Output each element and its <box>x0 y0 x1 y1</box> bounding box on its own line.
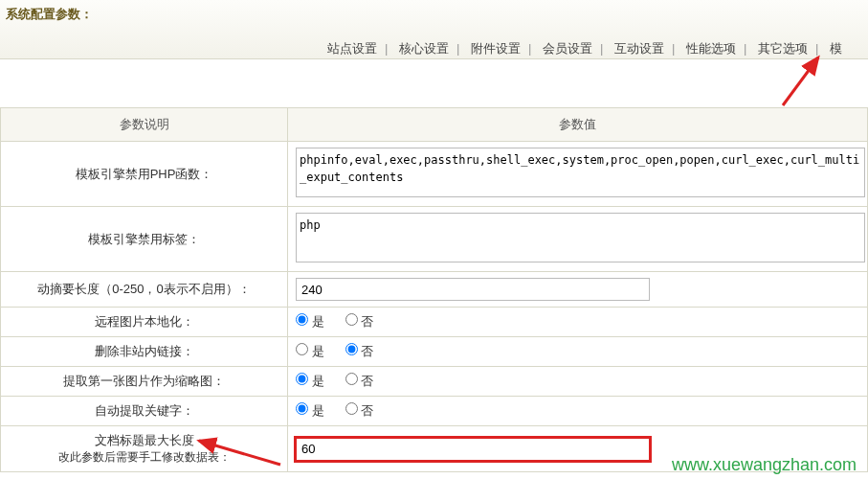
radio-remove-link-yes-label[interactable]: 是 <box>296 343 324 360</box>
tab-interact[interactable]: 互动设置 <box>614 41 664 56</box>
divider: | <box>528 41 531 56</box>
radio-remote-img-yes-label[interactable]: 是 <box>296 313 324 331</box>
radio-first-thumb-yes[interactable] <box>296 373 308 385</box>
tab-module[interactable]: 模 <box>830 41 842 56</box>
input-title-len[interactable] <box>296 438 650 461</box>
radio-auto-keyword-yes[interactable] <box>296 402 308 415</box>
radio-remove-link-no[interactable] <box>345 343 358 355</box>
row-remote-img: 远程图片本地化： 是 否 <box>1 308 868 337</box>
text-yes: 是 <box>312 403 324 418</box>
radio-remote-img-yes[interactable] <box>296 313 308 326</box>
label-title-len-line2: 改此参数后需要手工修改数据表： <box>58 450 231 464</box>
text-yes: 是 <box>312 314 324 329</box>
radio-remote-img-no[interactable] <box>345 313 358 326</box>
row-php-fn: 模板引擎禁用PHP函数： <box>1 142 868 207</box>
label-title-len-line1: 文档标题最大长度 <box>95 433 194 447</box>
tab-other[interactable]: 其它选项 <box>758 41 808 56</box>
radio-first-thumb-yes-label[interactable]: 是 <box>296 373 324 390</box>
tab-perf[interactable]: 性能选项 <box>686 41 736 56</box>
divider: | <box>385 41 388 56</box>
label-first-thumb: 提取第一张图片作为缩略图： <box>1 367 288 397</box>
col-val-header: 参数值 <box>288 108 868 142</box>
radio-first-thumb-no[interactable] <box>345 373 358 385</box>
radio-auto-keyword-yes-label[interactable]: 是 <box>296 402 324 420</box>
row-tag-disable: 模板引擎禁用标签： <box>1 207 868 272</box>
text-yes: 是 <box>312 344 324 358</box>
input-summary-len[interactable] <box>296 278 650 301</box>
row-title-len: 文档标题最大长度 改此参数后需要手工修改数据表： <box>1 426 868 472</box>
tab-bar: 站点设置| 核心设置| 附件设置| 会员设置| 互动设置| 性能选项| 其它选项… <box>4 40 868 57</box>
tab-core[interactable]: 核心设置 <box>399 41 449 56</box>
col-desc-header: 参数说明 <box>1 108 288 142</box>
radio-remove-link-yes[interactable] <box>296 343 308 355</box>
config-table: 参数说明 参数值 模板引擎禁用PHP函数： 模板引擎禁用标签： 动摘要长度（0-… <box>0 107 868 472</box>
config-header: 系统配置参数： 站点设置| 核心设置| 附件设置| 会员设置| 互动设置| 性能… <box>0 0 868 59</box>
tab-site[interactable]: 站点设置 <box>327 41 377 56</box>
radio-remove-link-no-label[interactable]: 否 <box>345 343 374 360</box>
text-no: 否 <box>361 344 373 358</box>
page-title: 系统配置参数： <box>4 6 868 23</box>
spacer <box>0 59 868 107</box>
label-remove-link: 删除非站内链接： <box>1 337 288 367</box>
row-auto-keyword: 自动提取关键字： 是 否 <box>1 397 868 426</box>
divider: | <box>600 41 603 56</box>
table-header-row: 参数说明 参数值 <box>1 108 868 142</box>
tab-member[interactable]: 会员设置 <box>543 41 592 56</box>
radio-remote-img-no-label[interactable]: 否 <box>345 313 374 331</box>
radio-auto-keyword-no[interactable] <box>345 402 358 415</box>
input-tag-disable[interactable] <box>296 213 865 262</box>
divider: | <box>815 41 818 56</box>
label-title-len: 文档标题最大长度 改此参数后需要手工修改数据表： <box>1 426 288 472</box>
label-php-fn: 模板引擎禁用PHP函数： <box>1 142 288 207</box>
row-first-thumb: 提取第一张图片作为缩略图： 是 否 <box>1 367 868 397</box>
text-no: 否 <box>361 403 373 418</box>
label-summary-len: 动摘要长度（0-250，0表示不启用）： <box>1 272 288 308</box>
tab-attach[interactable]: 附件设置 <box>471 41 521 56</box>
divider: | <box>456 41 459 56</box>
label-tag-disable: 模板引擎禁用标签： <box>1 207 288 272</box>
divider: | <box>672 41 675 56</box>
row-summary-len: 动摘要长度（0-250，0表示不启用）： <box>1 272 868 308</box>
radio-first-thumb-no-label[interactable]: 否 <box>345 373 374 390</box>
label-auto-keyword: 自动提取关键字： <box>1 397 288 426</box>
text-no: 否 <box>361 314 373 329</box>
divider: | <box>744 41 746 56</box>
label-remote-img: 远程图片本地化： <box>1 308 288 337</box>
text-no: 否 <box>361 374 373 388</box>
input-php-fn[interactable] <box>296 148 865 197</box>
radio-auto-keyword-no-label[interactable]: 否 <box>345 402 374 420</box>
row-remove-link: 删除非站内链接： 是 否 <box>1 337 868 367</box>
text-yes: 是 <box>312 374 324 388</box>
